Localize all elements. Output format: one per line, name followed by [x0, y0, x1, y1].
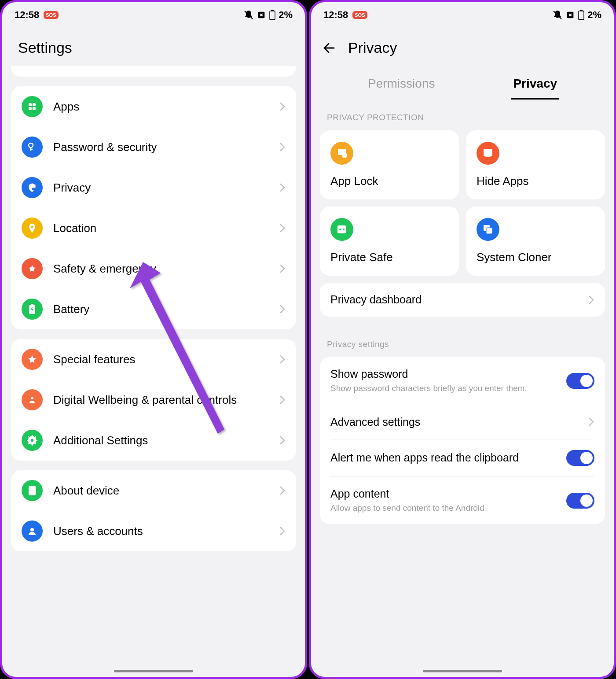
toggle-clipboard[interactable]	[566, 450, 594, 466]
sos-badge: SOS	[352, 11, 367, 19]
item-label: Location	[53, 221, 279, 235]
item-label: Apps	[53, 100, 279, 114]
svg-point-14	[31, 397, 33, 399]
settings-item-privacy[interactable]: Privacy	[11, 167, 296, 208]
settings-item-location[interactable]: Location	[11, 208, 296, 248]
status-time: 12:58	[15, 9, 39, 21]
battery-icon	[269, 9, 276, 21]
svg-rect-2	[270, 11, 275, 20]
chevron-right-icon	[279, 304, 286, 314]
svg-rect-22	[580, 10, 583, 11]
privacy-icon	[22, 177, 43, 198]
tab-permissions[interactable]: Permissions	[366, 72, 436, 100]
mute-icon	[243, 10, 254, 20]
chevron-right-icon	[279, 263, 286, 274]
svg-rect-17	[29, 486, 36, 495]
toggle-show-password[interactable]	[566, 373, 594, 389]
svg-rect-23	[579, 19, 583, 20]
battery-percent: 2%	[279, 9, 293, 21]
tile-system-cloner[interactable]: System Cloner	[466, 207, 605, 276]
svg-rect-13	[31, 304, 33, 305]
privacy-settings-card: Show password Show password characters b…	[320, 357, 605, 524]
settings-item-users-accounts[interactable]: Users & accounts	[11, 511, 296, 551]
section-privacy-settings: Privacy settings	[311, 326, 614, 357]
svg-rect-27	[484, 149, 492, 156]
chevron-right-icon	[279, 182, 286, 193]
item-label: Privacy	[53, 181, 279, 195]
svg-rect-7	[29, 107, 32, 110]
setting-subtitle: Allow apps to send content to the Androi…	[330, 503, 566, 514]
emergency-icon	[22, 258, 43, 279]
star-icon	[22, 349, 43, 370]
tile-label: App Lock	[330, 174, 448, 188]
settings-item-battery[interactable]: Battery	[11, 289, 296, 329]
settings-item-safety-emergency[interactable]: Safety & emergency	[11, 248, 296, 289]
battery-menu-icon	[22, 299, 43, 320]
gear-icon	[22, 430, 43, 451]
setting-advanced[interactable]: Advanced settings	[320, 405, 605, 439]
lock-icon	[330, 142, 353, 165]
device-icon	[22, 480, 43, 501]
privacy-dashboard-item[interactable]: Privacy dashboard	[320, 283, 605, 317]
chevron-right-icon	[279, 101, 286, 112]
back-button[interactable]	[322, 40, 337, 56]
status-bar: 12:58 SOS 2%	[311, 2, 614, 26]
setting-clipboard-alert[interactable]: Alert me when apps read the clipboard	[320, 439, 605, 476]
mute-icon	[552, 10, 563, 20]
location-icon	[22, 218, 43, 239]
chevron-right-icon	[279, 354, 286, 365]
nav-bar-indicator[interactable]	[423, 670, 502, 672]
setting-show-password[interactable]: Show password Show password characters b…	[320, 357, 605, 405]
battery-icon	[578, 9, 585, 21]
settings-item-password-security[interactable]: Password & security	[11, 127, 296, 167]
item-label: Digital Wellbeing & parental controls	[53, 393, 279, 407]
setting-title: Show password	[330, 368, 566, 380]
settings-item-about-device[interactable]: About device	[11, 470, 296, 511]
sos-badge: SOS	[44, 11, 58, 19]
key-icon	[22, 137, 43, 158]
cloner-icon	[477, 218, 499, 241]
svg-rect-21	[579, 11, 584, 20]
section-privacy-protection: PRIVACY PROTECTION	[311, 100, 614, 130]
nav-bar-indicator[interactable]	[114, 670, 193, 672]
chevron-right-icon	[279, 395, 286, 405]
status-time: 12:58	[323, 9, 348, 21]
svg-point-10	[32, 188, 35, 191]
svg-rect-6	[33, 103, 36, 106]
status-bar: 12:58 SOS 2%	[2, 2, 305, 26]
settings-item-apps[interactable]: Apps	[11, 86, 296, 127]
item-label: About device	[53, 484, 279, 498]
tile-label: Hide Apps	[477, 174, 594, 188]
safe-icon	[330, 218, 353, 241]
chevron-right-icon	[279, 435, 286, 446]
setting-title: Privacy dashboard	[330, 293, 588, 306]
item-label: Users & accounts	[53, 524, 279, 538]
settings-item-digital-wellbeing[interactable]: Digital Wellbeing & parental controls	[11, 380, 296, 420]
item-label: Safety & emergency	[53, 262, 279, 276]
tile-label: System Cloner	[477, 251, 594, 264]
svg-point-11	[31, 226, 33, 228]
svg-rect-30	[337, 225, 346, 233]
tile-app-lock[interactable]: App Lock	[320, 130, 459, 199]
settings-item-special-features[interactable]: Special features	[11, 339, 296, 380]
tile-hide-apps[interactable]: Hide Apps	[466, 130, 605, 199]
svg-point-9	[29, 143, 33, 148]
no-sim-icon	[565, 10, 575, 20]
svg-point-31	[339, 229, 341, 230]
svg-point-18	[30, 528, 34, 531]
heart-icon	[22, 389, 43, 410]
settings-group-3: About device Users & accounts	[11, 470, 296, 551]
tile-private-safe[interactable]: Private Safe	[320, 207, 459, 276]
svg-point-32	[343, 229, 345, 230]
setting-app-content[interactable]: App content Allow apps to send content t…	[320, 477, 605, 524]
right-phone-privacy: 12:58 SOS 2% Privacy Permissions Privacy…	[309, 0, 616, 679]
tab-privacy[interactable]: Privacy	[511, 72, 559, 100]
toggle-app-content[interactable]	[566, 493, 594, 509]
privacy-dashboard-card: Privacy dashboard	[320, 283, 605, 317]
apps-icon	[22, 96, 43, 117]
settings-item-additional-settings[interactable]: Additional Settings	[11, 420, 296, 461]
settings-group-2: Special features Digital Wellbeing & par…	[11, 339, 296, 461]
privacy-tabs: Permissions Privacy	[311, 66, 614, 100]
settings-scroll[interactable]: Apps Password & security Privacy Locatio…	[2, 66, 305, 551]
setting-title: App content	[330, 487, 566, 500]
